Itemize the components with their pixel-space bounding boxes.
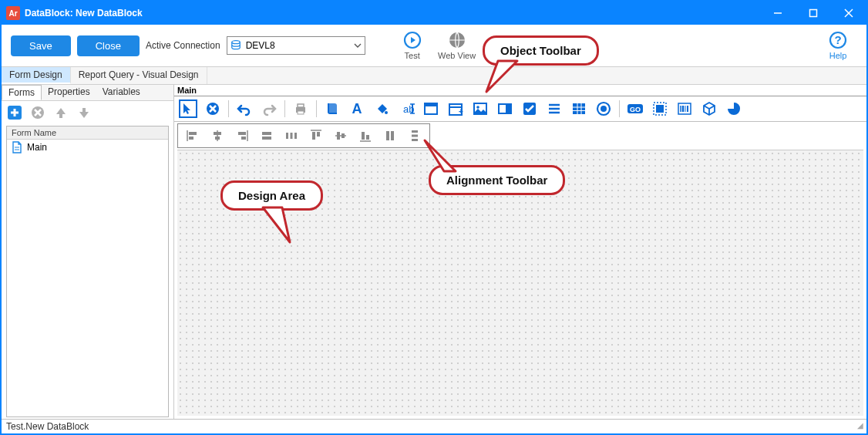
list-tool[interactable] — [545, 99, 564, 118]
callout-tail-icon — [255, 204, 301, 246]
main-area: Main A ab + — [174, 85, 866, 419]
fill-tool[interactable] — [372, 99, 391, 118]
help-button[interactable]: ? Help — [819, 31, 857, 60]
svg-rect-67 — [238, 132, 246, 135]
test-button[interactable]: Test — [393, 31, 432, 60]
svg-point-4 — [231, 41, 240, 44]
radio-tool[interactable] — [594, 99, 613, 118]
svg-rect-44 — [573, 103, 585, 114]
maximize-button[interactable] — [796, 2, 831, 25]
form-list-item[interactable]: Main — [7, 140, 168, 155]
callout-design-area: Design Area — [220, 180, 323, 211]
textfield-tool[interactable]: ab — [397, 99, 415, 118]
move-down-button[interactable] — [76, 104, 93, 121]
chevron-down-icon — [354, 42, 362, 49]
image-tool[interactable] — [471, 99, 490, 118]
svg-text:+: + — [459, 107, 463, 116]
form-list-header: Form Name — [7, 126, 168, 140]
sidebar-toolbar — [2, 101, 173, 124]
calendar-tool[interactable]: + — [446, 99, 465, 118]
tab-form-design[interactable]: Form Design — [2, 67, 71, 84]
save-button[interactable]: Save — [11, 35, 71, 56]
svg-rect-85 — [412, 130, 418, 133]
checkbox-tool[interactable] — [520, 99, 539, 118]
text-tool[interactable]: A — [348, 99, 366, 118]
split-tool[interactable] — [496, 99, 514, 118]
delete-form-button[interactable] — [29, 104, 46, 121]
pointer-tool[interactable] — [179, 99, 197, 118]
window-title: DataBlock: New DataBlock — [25, 8, 143, 19]
same-height-button[interactable] — [382, 127, 399, 144]
cube-tool[interactable] — [700, 99, 718, 118]
print-tool[interactable] — [291, 99, 310, 118]
svg-rect-83 — [386, 131, 389, 140]
group-tool[interactable] — [651, 99, 669, 118]
close-button[interactable]: Close — [77, 35, 140, 56]
svg-rect-84 — [391, 131, 394, 140]
webview-label: Web View — [438, 51, 476, 60]
subtab-forms[interactable]: Forms — [2, 85, 42, 100]
align-right-button[interactable] — [234, 127, 251, 144]
callout-tail-icon — [479, 57, 525, 96]
align-center-h-button[interactable] — [209, 127, 226, 144]
add-form-button[interactable] — [6, 104, 23, 121]
table-tool[interactable] — [570, 99, 588, 118]
undo-button[interactable] — [235, 99, 254, 118]
connection-select[interactable]: DEVL8 — [227, 36, 365, 55]
svg-rect-71 — [286, 133, 288, 139]
svg-rect-1 — [810, 10, 817, 17]
tab-report-query[interactable]: Report Query - Visual Design — [71, 67, 207, 84]
svg-rect-73 — [294, 133, 297, 139]
main-tabs: Form Design Report Query - Visual Design — [2, 66, 866, 85]
svg-rect-61 — [189, 132, 197, 135]
separator — [316, 100, 317, 117]
svg-rect-64 — [214, 132, 221, 135]
svg-rect-23 — [298, 111, 304, 114]
align-top-button[interactable] — [308, 127, 325, 144]
redo-button[interactable] — [260, 99, 278, 118]
status-text: Test.New DataBlock — [6, 421, 89, 432]
separator — [619, 100, 620, 117]
align-bottom-button[interactable] — [357, 127, 374, 144]
help-label: Help — [829, 51, 847, 60]
test-label: Test — [405, 51, 420, 60]
svg-rect-22 — [298, 104, 304, 107]
form-list-item-label: Main — [27, 142, 47, 153]
subtab-properties[interactable]: Properties — [42, 85, 96, 100]
svg-point-50 — [601, 106, 607, 112]
barcode-tool[interactable] — [675, 99, 694, 118]
object-toolbar: A ab + GO — [174, 96, 866, 122]
book-tool[interactable] — [323, 99, 341, 118]
svg-point-37 — [476, 106, 479, 109]
svg-point-26 — [385, 111, 388, 114]
go-button-tool[interactable]: GO — [626, 99, 644, 118]
align-center-v-button[interactable] — [332, 127, 349, 144]
chart-tool[interactable] — [725, 99, 743, 118]
top-toolbar: Save Close Active Connection DEVL8 Test … — [2, 25, 866, 66]
svg-rect-62 — [189, 137, 193, 140]
svg-rect-69 — [262, 132, 271, 135]
separator — [284, 100, 285, 117]
svg-rect-39 — [506, 104, 511, 113]
svg-rect-72 — [291, 133, 293, 139]
panel-tool[interactable] — [422, 99, 440, 118]
svg-rect-76 — [317, 132, 320, 137]
active-connection-label: Active Connection — [146, 40, 220, 51]
separator — [228, 100, 229, 117]
webview-button[interactable]: Web View — [438, 31, 476, 60]
minimize-button[interactable] — [760, 2, 796, 25]
close-icon — [844, 8, 853, 18]
help-icon: ? — [829, 31, 847, 49]
distribute-h-button[interactable] — [283, 127, 300, 144]
window: Ar DataBlock: New DataBlock Save Close A… — [0, 0, 868, 435]
resize-grip-icon[interactable]: ◢ — [857, 421, 862, 432]
maximize-icon — [809, 8, 818, 18]
close-window-button[interactable] — [831, 2, 866, 25]
same-width-button[interactable] — [258, 127, 275, 144]
minimize-icon — [773, 8, 782, 18]
delete-tool[interactable] — [204, 99, 222, 118]
move-up-button[interactable] — [52, 104, 69, 121]
titlebar: Ar DataBlock: New DataBlock — [2, 2, 866, 25]
subtab-variables[interactable]: Variables — [96, 85, 146, 100]
align-left-button[interactable] — [184, 127, 201, 144]
